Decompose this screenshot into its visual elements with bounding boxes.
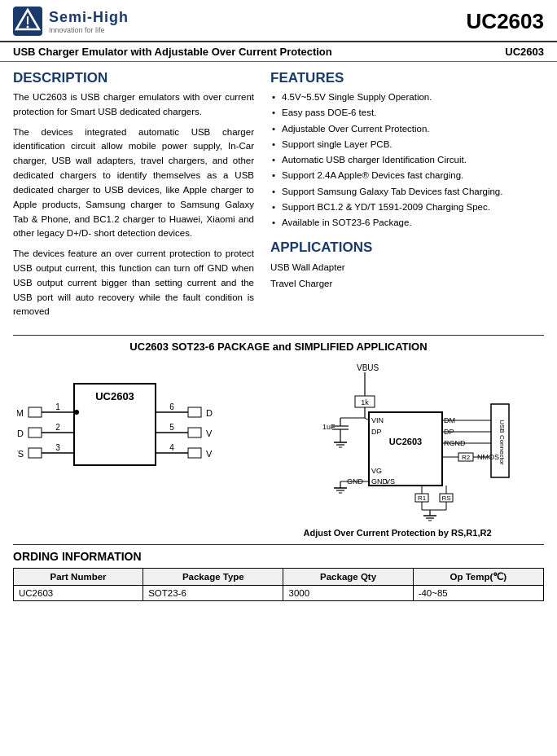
table-header-row: Part NumberPackage TypePackage QtyOp Tem… — [14, 569, 544, 586]
svg-rect-28 — [188, 448, 201, 458]
description-para-2: The devices integrated automatic USB cha… — [13, 125, 254, 242]
chip-number-header: UC2603 — [467, 9, 544, 34]
description-para-1: The UC2603 is USB charger emulators with… — [13, 90, 254, 120]
svg-text:VIN: VIN — [371, 416, 384, 424]
table-header-cell: Part Number — [14, 569, 143, 586]
svg-text:VBUS: VBUS — [357, 363, 379, 372]
applications-list: USB Wall AdapterTravel Charger — [270, 260, 534, 292]
svg-text:VS: VS — [385, 477, 395, 486]
table-header-cell: Package Qty — [283, 569, 413, 586]
svg-rect-12 — [29, 428, 42, 437]
circuit-diagram: VBUS 1k UC2603 VIN DP — [251, 359, 544, 538]
main-content: DESCRIPTION The UC2603 is USB charger em… — [0, 62, 557, 325]
description-title: DESCRIPTION — [13, 70, 254, 86]
svg-text:UC2603: UC2603 — [389, 437, 422, 446]
table-header-cell: Package Type — [143, 569, 283, 586]
ordering-title: ORDING INFORMATION — [13, 550, 544, 563]
table-header-cell: Op Temp(℃) — [413, 569, 543, 586]
svg-text:DP: DP — [206, 408, 213, 418]
svg-text:DP: DP — [371, 428, 382, 436]
svg-text:6: 6 — [169, 402, 174, 411]
svg-text:VG: VG — [206, 449, 213, 459]
feature-item: Support single Layer PCB. — [270, 138, 534, 152]
pinout-diagram: UC2603 DM 1 GND 2 — [13, 359, 217, 490]
package-title: UC2603 SOT23-6 PACKAGE and SIMPLIFIED AP… — [13, 341, 544, 353]
svg-text:1k: 1k — [361, 398, 369, 407]
svg-text:VS: VS — [17, 449, 24, 459]
logo-tagline: Innovation for life — [49, 26, 129, 34]
pinout-svg: UC2603 DM 1 GND 2 — [17, 359, 213, 490]
left-column: DESCRIPTION The UC2603 is USB charger em… — [13, 70, 265, 325]
svg-text:1uF: 1uF — [322, 423, 336, 431]
svg-text:R1: R1 — [418, 494, 427, 502]
svg-rect-8 — [29, 407, 42, 417]
svg-text:RS: RS — [441, 494, 450, 502]
feature-item: Support Samsung Galaxy Tab Devices fast … — [270, 185, 534, 199]
svg-text:2: 2 — [55, 423, 60, 432]
title-bar-chip: UC2603 — [505, 46, 544, 58]
svg-text:DM: DM — [17, 408, 24, 418]
svg-text:R2: R2 — [462, 454, 471, 461]
svg-text:GND: GND — [17, 429, 24, 438]
table-cell: 3000 — [283, 586, 413, 601]
applications-title: APPLICATIONS — [270, 240, 534, 256]
table-cell: SOT23-6 — [143, 586, 283, 601]
title-bar: USB Charger Emulator with Adjustable Ove… — [0, 42, 557, 62]
logo-name: Semi-High — [49, 9, 129, 26]
features-list: 4.5V~5.5V Single Supply Operation.Easy p… — [270, 90, 534, 230]
svg-text:3: 3 — [55, 443, 60, 452]
feature-item: Available in SOT23-6 Package. — [270, 216, 534, 230]
right-column: FEATURES 4.5V~5.5V Single Supply Operati… — [265, 70, 534, 325]
svg-text:5: 5 — [169, 423, 174, 432]
application-item: USB Wall Adapter — [270, 260, 534, 276]
feature-item: Support BC1.2 & YD/T 1591-2009 Charging … — [270, 200, 534, 214]
logo-icon — [13, 7, 42, 36]
feature-item: Automatic USB charger Identification Cir… — [270, 153, 534, 167]
circuit-svg: VBUS 1k UC2603 VIN DP — [251, 359, 528, 522]
package-section: UC2603 SOT23-6 PACKAGE and SIMPLIFIED AP… — [13, 335, 544, 538]
title-bar-text: USB Charger Emulator with Adjustable Ove… — [13, 46, 332, 58]
table-cell: UC2603 — [14, 586, 143, 601]
svg-point-3 — [27, 26, 29, 29]
svg-text:4: 4 — [169, 443, 174, 452]
application-item: Travel Charger — [270, 276, 534, 292]
svg-text:VG: VG — [371, 467, 382, 475]
table-row: UC2603SOT23-63000-40~85 — [14, 586, 544, 601]
header: Semi-High Innovation for life UC2603 — [0, 0, 557, 42]
feature-item: Easy pass DOE-6 test. — [270, 106, 534, 120]
svg-text:USB Connector: USB Connector — [498, 420, 506, 465]
table-cell: -40~85 — [413, 586, 543, 601]
circuit-caption: Adjust Over Current Protection by RS,R1,… — [251, 528, 544, 538]
svg-rect-16 — [29, 448, 42, 458]
feature-item: 4.5V~5.5V Single Supply Operation. — [270, 90, 534, 104]
features-title: FEATURES — [270, 70, 534, 86]
description-para-3: The devices feature an over current prot… — [13, 247, 254, 319]
logo-text: Semi-High Innovation for life — [49, 9, 129, 34]
svg-point-6 — [74, 410, 79, 415]
svg-rect-20 — [188, 407, 201, 417]
table-body: UC2603SOT23-63000-40~85 — [14, 586, 544, 601]
svg-text:UC2603: UC2603 — [95, 390, 134, 402]
svg-rect-24 — [188, 428, 201, 437]
ordering-section: ORDING INFORMATION Part NumberPackage Ty… — [13, 544, 544, 601]
ordering-table: Part NumberPackage TypePackage QtyOp Tem… — [13, 568, 544, 601]
logo-area: Semi-High Innovation for life — [13, 7, 129, 36]
svg-text:VIN: VIN — [206, 429, 213, 438]
feature-item: Support 2.4A Apple® Devices fast chargin… — [270, 169, 534, 182]
svg-text:1: 1 — [55, 402, 60, 411]
package-diagrams: UC2603 DM 1 GND 2 — [13, 359, 544, 538]
feature-item: Adjustable Over Current Protection. — [270, 122, 534, 136]
